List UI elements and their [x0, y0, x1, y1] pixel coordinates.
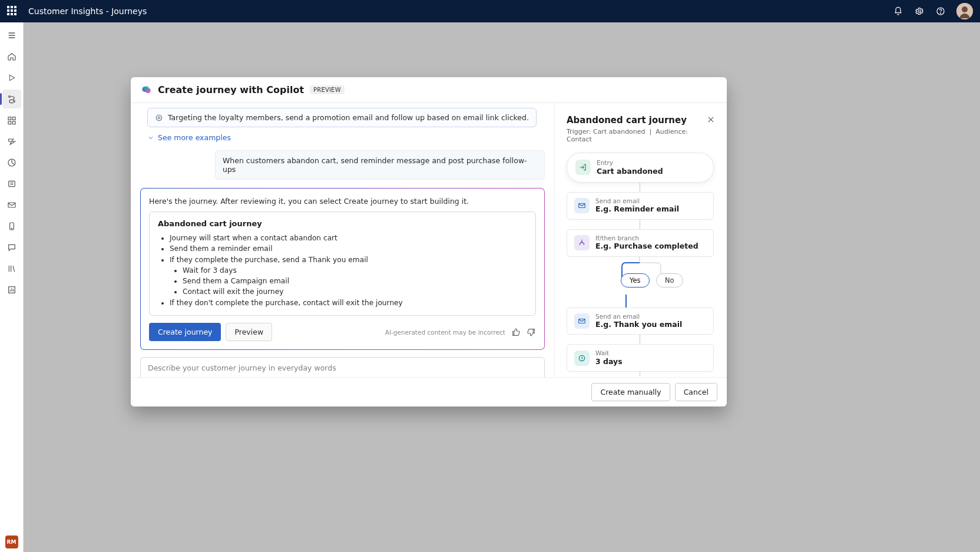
svg-rect-10 — [12, 121, 15, 124]
nav-analytics-icon[interactable] — [2, 153, 21, 172]
nav-play-icon[interactable] — [2, 68, 21, 87]
composer-placeholder: Describe your customer journey in everyd… — [148, 363, 537, 372]
svg-point-6 — [13, 101, 15, 103]
journey-preview-panel: Abandoned cart journey Trigger: Cart aba… — [555, 103, 727, 377]
svg-point-15 — [11, 228, 12, 229]
copilot-conversation-panel: Targeting the loyalty members, send a pr… — [131, 103, 555, 377]
thumbs-down-icon[interactable] — [527, 328, 536, 337]
plan-sub-item: Send them a Campaign email — [183, 276, 527, 286]
svg-point-5 — [8, 96, 10, 98]
plan-item: Send them a reminder email — [170, 243, 527, 254]
user-avatar[interactable] — [956, 3, 973, 19]
email-icon — [574, 198, 590, 213]
entry-icon — [575, 160, 591, 175]
preview-badge: PREVIEW — [310, 85, 345, 94]
user-message-text: When customers abandon cart, send remind… — [223, 156, 527, 174]
nav-reports-icon[interactable] — [2, 280, 21, 299]
app-title: Customer Insights - Journeys — [28, 6, 147, 16]
preview-title: Abandoned cart journey — [567, 115, 707, 125]
dialog-title: Create journey with Copilot — [158, 84, 304, 95]
svg-point-19 — [144, 86, 149, 91]
nav-email-icon[interactable] — [2, 196, 21, 214]
plan-sub-item: Wait for 3 days — [183, 265, 527, 276]
svg-point-4 — [962, 6, 968, 12]
thumbs-up-icon[interactable] — [511, 328, 521, 337]
create-journey-copilot-dialog: Create journey with Copilot PREVIEW Targ… — [131, 77, 727, 406]
plan-item: If they complete the purchase, send a Th… — [170, 254, 527, 265]
close-preview-icon[interactable] — [707, 115, 715, 126]
nav-hamburger-icon[interactable] — [2, 26, 21, 45]
svg-rect-8 — [12, 117, 15, 120]
help-icon[interactable] — [935, 6, 946, 16]
example-prompt-text: Targeting the loyalty members, send a pr… — [168, 113, 529, 122]
svg-point-0 — [918, 10, 921, 12]
copilot-logo-icon — [141, 85, 152, 95]
flow-node-email-reminder[interactable]: Send an emailE.g. Reminder email — [567, 192, 714, 220]
branch-no-pill[interactable]: No — [656, 273, 683, 287]
chevron-down-icon — [147, 134, 154, 141]
app-launcher-icon[interactable] — [7, 6, 18, 16]
create-manually-button[interactable]: Create manually — [591, 383, 670, 401]
left-nav-rail: RM — [0, 22, 24, 552]
nav-home-icon[interactable] — [2, 47, 21, 66]
plan-sub-item: Contact will exit the journey — [183, 286, 527, 297]
nav-library-icon[interactable] — [2, 259, 21, 278]
wait-icon — [574, 351, 590, 366]
flow-node-branch[interactable]: If/then branchE.g. Purchase completed — [567, 229, 714, 257]
user-message-bubble: When customers abandon cart, send remind… — [215, 150, 545, 180]
app-topbar: Customer Insights - Journeys — [0, 0, 980, 22]
nav-push-icon[interactable] — [2, 217, 21, 236]
svg-rect-12 — [8, 181, 15, 186]
svg-point-21 — [158, 117, 160, 119]
notifications-icon[interactable] — [893, 6, 903, 16]
nav-forms-icon[interactable] — [2, 174, 21, 193]
nav-sms-icon[interactable] — [2, 238, 21, 257]
preview-subtitle: Trigger: Cart abandoned | Audience: Cont… — [567, 128, 707, 143]
svg-rect-7 — [8, 117, 11, 120]
create-journey-button[interactable]: Create journey — [149, 323, 221, 341]
prompt-composer[interactable]: Describe your customer journey in everyd… — [140, 357, 545, 377]
target-icon — [155, 114, 163, 122]
svg-rect-9 — [8, 121, 11, 124]
journey-flow-diagram: EntryCart abandoned Send an emailE.g. Re… — [567, 153, 715, 376]
flow-node-wait[interactable]: Wait3 days — [567, 344, 714, 372]
journey-plan-box: Abandoned cart journey Journey will star… — [149, 211, 536, 316]
flow-node-entry[interactable]: EntryCart abandoned — [567, 153, 714, 183]
svg-point-20 — [156, 115, 161, 120]
org-badge[interactable]: RM — [5, 536, 18, 548]
dialog-header: Create journey with Copilot PREVIEW — [131, 77, 727, 103]
see-more-examples-link[interactable]: See more examples — [147, 133, 545, 142]
nav-journeys-icon[interactable] — [2, 90, 21, 108]
svg-point-2 — [940, 13, 941, 14]
nav-segments-icon[interactable] — [2, 111, 21, 130]
plan-item: If they don't complete the purchase, con… — [170, 298, 527, 308]
branch-icon — [574, 235, 590, 250]
ai-lead-text: Here's the journey. After reviewing it, … — [149, 197, 536, 206]
email-icon — [574, 313, 590, 329]
flow-node-email-thankyou[interactable]: Send an emailE.g. Thank you email — [567, 308, 714, 335]
plan-item: Journey will start when a contact abando… — [170, 233, 527, 243]
ai-disclaimer-text: AI-generated content may be incorrect — [385, 329, 505, 336]
example-prompt-chip[interactable]: Targeting the loyalty members, send a pr… — [147, 108, 537, 127]
dialog-footer: Create manually Cancel — [131, 377, 727, 406]
cancel-button[interactable]: Cancel — [675, 383, 717, 401]
settings-icon[interactable] — [914, 6, 925, 16]
preview-button[interactable]: Preview — [226, 323, 272, 341]
journey-plan-title: Abandoned cart journey — [158, 219, 527, 228]
nav-triggers-icon[interactable] — [2, 132, 21, 151]
branch-yes-pill[interactable]: Yes — [621, 273, 650, 287]
ai-response-card: Here's the journey. After reviewing it, … — [140, 188, 545, 350]
